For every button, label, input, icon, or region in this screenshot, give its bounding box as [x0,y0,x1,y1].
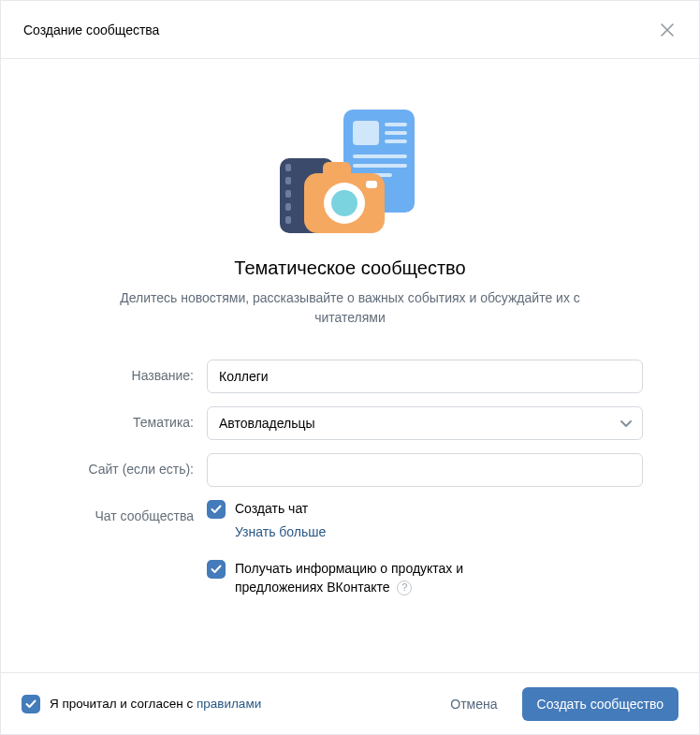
topic-select[interactable] [207,406,643,440]
name-label: Название: [57,360,207,383]
checkmark-icon [211,505,222,514]
checkmark-icon [25,699,36,709]
rules-link[interactable]: правилами [197,697,261,711]
agree-rules-checkbox[interactable] [22,695,40,713]
svg-rect-11 [285,190,291,198]
hero-title: Тематическое сообщество [57,257,643,279]
svg-rect-18 [366,181,377,188]
agree-text: Я прочитал и согласен с правилами [50,697,261,711]
modal-body: Тематическое сообщество Делитесь новостя… [1,59,699,672]
svg-rect-9 [285,164,291,171]
create-chat-checkbox[interactable] [207,500,226,519]
illustration [57,110,643,241]
svg-rect-15 [323,162,351,179]
name-input[interactable] [207,360,643,393]
create-community-modal: Создание сообщества [0,0,700,735]
svg-rect-12 [285,203,291,211]
hero-subtitle: Делитесь новостями, рассказывайте о важн… [88,288,612,328]
svg-rect-10 [285,177,291,184]
svg-rect-13 [285,216,291,224]
site-label: Сайт (если есть): [57,453,207,477]
topic-label: Тематика: [57,406,207,430]
help-icon[interactable]: ? [397,581,412,595]
learn-more-link[interactable]: Узнать больше [235,524,643,539]
modal-footer: Я прочитал и согласен с правилами Отмена… [1,672,699,734]
close-icon[interactable] [658,21,677,39]
create-chat-label: Создать чат [235,500,308,519]
community-illustration-icon [270,110,430,241]
marketing-label: Получать информацию о продуктах и предло… [235,560,516,596]
svg-rect-5 [353,154,407,158]
marketing-checkbox[interactable] [207,560,226,579]
chat-label: Чат сообщества [57,500,207,523]
svg-rect-4 [385,140,407,143]
svg-point-17 [331,190,357,216]
modal-header: Создание сообщества [1,1,699,59]
svg-rect-3 [385,131,407,135]
svg-rect-2 [385,123,407,126]
cancel-button[interactable]: Отмена [435,687,512,721]
svg-rect-6 [353,164,407,168]
checkmark-icon [211,565,222,574]
site-input[interactable] [207,453,643,487]
modal-title: Создание сообщества [23,22,159,37]
submit-button[interactable]: Создать сообщество [522,687,678,721]
svg-rect-1 [353,121,379,145]
